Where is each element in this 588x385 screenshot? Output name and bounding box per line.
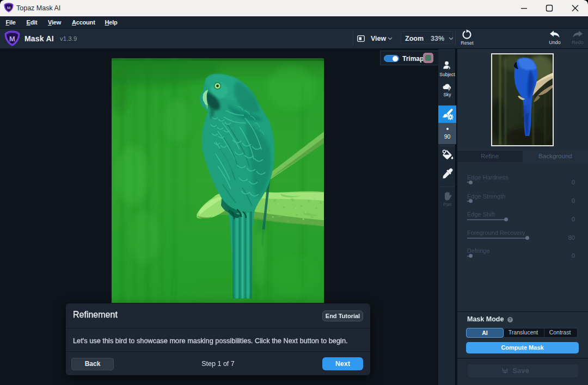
svg-text:M: M [9,35,15,43]
svg-text:M: M [7,5,11,10]
